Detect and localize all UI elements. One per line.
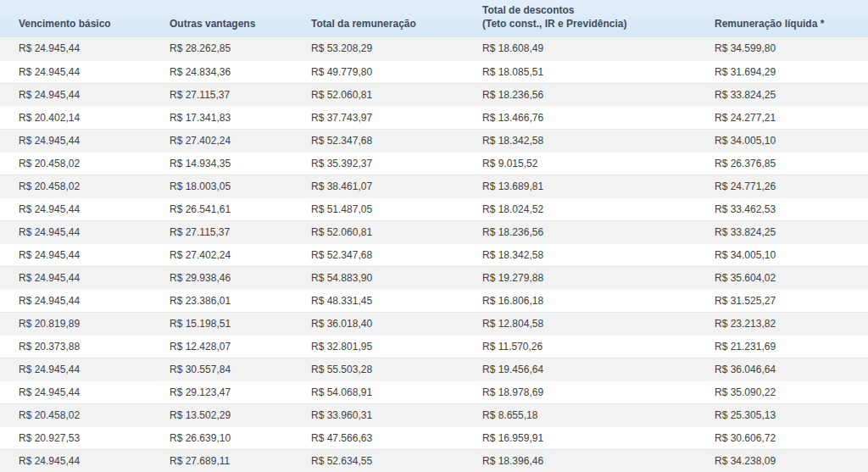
- cell-remuneracao-liquida: R$ 23.213,82: [696, 312, 868, 335]
- cell-outras-vantagens: R$ 15.198,51: [151, 312, 292, 335]
- cell-outras-vantagens: R$ 26.541,61: [151, 197, 292, 220]
- cell-total-remuneracao: R$ 48.331,45: [292, 289, 464, 312]
- table-row: R$ 24.945,44 R$ 23.386,01 R$ 48.331,45 R…: [0, 289, 868, 312]
- cell-vencimento-basico: R$ 20.373,88: [0, 335, 151, 358]
- cell-vencimento-basico: R$ 24.945,44: [0, 243, 151, 266]
- table-row: R$ 24.945,44 R$ 29.123,47 R$ 54.068,91 R…: [0, 380, 868, 403]
- table-row: R$ 20.819,89 R$ 15.198,51 R$ 36.018,40 R…: [0, 312, 868, 335]
- table-body: R$ 24.945,44 R$ 28.262,85 R$ 53.208,29 R…: [0, 37, 868, 472]
- cell-outras-vantagens: R$ 27.689,11: [151, 449, 292, 472]
- table-row: R$ 20.402,14 R$ 17.341,83 R$ 37.743,97 R…: [0, 106, 868, 129]
- cell-total-descontos: R$ 19.456,64: [464, 358, 696, 380]
- cell-vencimento-basico: R$ 24.945,44: [0, 266, 151, 289]
- cell-total-remuneracao: R$ 54.883,90: [292, 266, 464, 289]
- table-row: R$ 24.945,44 R$ 28.262,85 R$ 53.208,29 R…: [0, 37, 868, 60]
- cell-total-remuneracao: R$ 37.743,97: [292, 106, 464, 129]
- cell-vencimento-basico: R$ 24.945,44: [0, 289, 151, 312]
- cell-total-remuneracao: R$ 53.208,29: [292, 37, 464, 60]
- cell-vencimento-basico: R$ 24.945,44: [0, 83, 151, 106]
- table-row: R$ 24.945,44 R$ 27.689,11 R$ 52.634,55 R…: [0, 449, 868, 472]
- cell-total-descontos: R$ 18.342,58: [464, 129, 696, 152]
- table-row: R$ 20.927,53 R$ 26.639,10 R$ 47.566,63 R…: [0, 426, 868, 449]
- cell-vencimento-basico: R$ 20.402,14: [0, 106, 151, 129]
- cell-total-remuneracao: R$ 49.779,80: [292, 60, 464, 83]
- cell-outras-vantagens: R$ 26.639,10: [151, 426, 292, 449]
- remuneration-table: Vencimento básico Outras vantagens Total…: [0, 0, 868, 472]
- cell-vencimento-basico: R$ 24.945,44: [0, 380, 151, 403]
- table-row: R$ 20.458,02 R$ 13.502,29 R$ 33.960,31 R…: [0, 403, 868, 426]
- column-header-remuneracao-liquida: Remuneração líquida *: [696, 0, 868, 37]
- cell-vencimento-basico: R$ 20.927,53: [0, 426, 151, 449]
- cell-total-descontos: R$ 16.959,91: [464, 426, 696, 449]
- cell-outras-vantagens: R$ 27.402,24: [151, 243, 292, 266]
- cell-remuneracao-liquida: R$ 34.238,09: [696, 449, 868, 472]
- cell-total-remuneracao: R$ 52.347,68: [292, 129, 464, 152]
- cell-outras-vantagens: R$ 29.123,47: [151, 380, 292, 403]
- cell-outras-vantagens: R$ 23.386,01: [151, 289, 292, 312]
- cell-total-descontos: R$ 11.570,26: [464, 335, 696, 358]
- cell-total-descontos: R$ 18.978,69: [464, 380, 696, 403]
- cell-outras-vantagens: R$ 27.402,24: [151, 129, 292, 152]
- cell-outras-vantagens: R$ 13.502,29: [151, 403, 292, 426]
- cell-remuneracao-liquida: R$ 35.604,02: [696, 266, 868, 289]
- cell-outras-vantagens: R$ 17.341,83: [151, 106, 292, 129]
- cell-total-remuneracao: R$ 55.503,28: [292, 358, 464, 380]
- cell-outras-vantagens: R$ 27.115,37: [151, 83, 292, 106]
- cell-remuneracao-liquida: R$ 31.694,29: [696, 60, 868, 83]
- table-row: R$ 20.458,02 R$ 18.003,05 R$ 38.461,07 R…: [0, 175, 868, 197]
- cell-outras-vantagens: R$ 30.557,84: [151, 358, 292, 380]
- cell-vencimento-basico: R$ 24.945,44: [0, 449, 151, 472]
- cell-total-descontos: R$ 18.236,56: [464, 220, 696, 243]
- cell-outras-vantagens: R$ 18.003,05: [151, 175, 292, 197]
- cell-total-descontos: R$ 8.655,18: [464, 403, 696, 426]
- cell-vencimento-basico: R$ 24.945,44: [0, 60, 151, 83]
- cell-remuneracao-liquida: R$ 34.599,80: [696, 37, 868, 60]
- table-row: R$ 20.373,88 R$ 12.428,07 R$ 32.801,95 R…: [0, 335, 868, 358]
- cell-vencimento-basico: R$ 20.819,89: [0, 312, 151, 335]
- cell-outras-vantagens: R$ 29.938,46: [151, 266, 292, 289]
- cell-total-descontos: R$ 18.024,52: [464, 197, 696, 220]
- column-header-total-descontos-line2: (Teto const., IR e Previdência): [482, 17, 689, 31]
- cell-remuneracao-liquida: R$ 35.090,22: [696, 380, 868, 403]
- cell-remuneracao-liquida: R$ 31.525,27: [696, 289, 868, 312]
- cell-vencimento-basico: R$ 24.945,44: [0, 220, 151, 243]
- cell-total-descontos: R$ 9.015,52: [464, 152, 696, 175]
- cell-vencimento-basico: R$ 20.458,02: [0, 403, 151, 426]
- cell-remuneracao-liquida: R$ 24.277,21: [696, 106, 868, 129]
- cell-total-descontos: R$ 13.689,81: [464, 175, 696, 197]
- table-row: R$ 24.945,44 R$ 30.557,84 R$ 55.503,28 R…: [0, 358, 868, 380]
- column-header-total-descontos-line1: Total de descontos: [482, 3, 689, 17]
- cell-vencimento-basico: R$ 24.945,44: [0, 358, 151, 380]
- cell-total-descontos: R$ 18.342,58: [464, 243, 696, 266]
- cell-total-remuneracao: R$ 33.960,31: [292, 403, 464, 426]
- cell-total-remuneracao: R$ 52.347,68: [292, 243, 464, 266]
- cell-remuneracao-liquida: R$ 21.231,69: [696, 335, 868, 358]
- cell-total-remuneracao: R$ 51.487,05: [292, 197, 464, 220]
- cell-outras-vantagens: R$ 14.934,35: [151, 152, 292, 175]
- cell-total-descontos: R$ 18.608,49: [464, 37, 696, 60]
- cell-remuneracao-liquida: R$ 36.046,64: [696, 358, 868, 380]
- cell-vencimento-basico: R$ 24.945,44: [0, 197, 151, 220]
- table-row: R$ 24.945,44 R$ 27.115,37 R$ 52.060,81 R…: [0, 83, 868, 106]
- cell-remuneracao-liquida: R$ 34.005,10: [696, 243, 868, 266]
- header-row: Vencimento básico Outras vantagens Total…: [0, 0, 868, 37]
- table-row: R$ 20.458,02 R$ 14.934,35 R$ 35.392,37 R…: [0, 152, 868, 175]
- table-row: R$ 24.945,44 R$ 27.402,24 R$ 52.347,68 R…: [0, 243, 868, 266]
- cell-total-remuneracao: R$ 52.060,81: [292, 83, 464, 106]
- cell-total-remuneracao: R$ 35.392,37: [292, 152, 464, 175]
- cell-remuneracao-liquida: R$ 26.376,85: [696, 152, 868, 175]
- cell-remuneracao-liquida: R$ 33.824,25: [696, 83, 868, 106]
- cell-total-remuneracao: R$ 52.634,55: [292, 449, 464, 472]
- cell-total-remuneracao: R$ 38.461,07: [292, 175, 464, 197]
- cell-outras-vantagens: R$ 28.262,85: [151, 37, 292, 60]
- table-row: R$ 24.945,44 R$ 27.402,24 R$ 52.347,68 R…: [0, 129, 868, 152]
- cell-remuneracao-liquida: R$ 30.606,72: [696, 426, 868, 449]
- cell-total-descontos: R$ 18.236,56: [464, 83, 696, 106]
- cell-total-descontos: R$ 18.085,51: [464, 60, 696, 83]
- table-header: Vencimento básico Outras vantagens Total…: [0, 0, 868, 37]
- cell-total-descontos: R$ 19.279,88: [464, 266, 696, 289]
- cell-total-descontos: R$ 13.466,76: [464, 106, 696, 129]
- cell-total-remuneracao: R$ 54.068,91: [292, 380, 464, 403]
- column-header-outras-vantagens: Outras vantagens: [151, 0, 292, 37]
- cell-remuneracao-liquida: R$ 24.771,26: [696, 175, 868, 197]
